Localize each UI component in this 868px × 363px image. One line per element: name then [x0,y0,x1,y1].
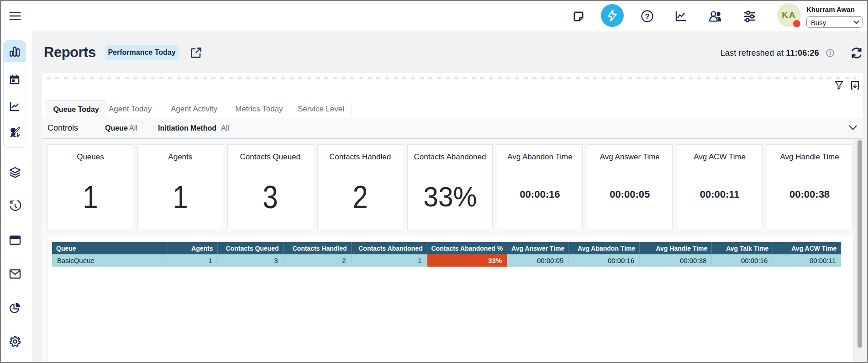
svg-text:?: ? [645,12,649,21]
